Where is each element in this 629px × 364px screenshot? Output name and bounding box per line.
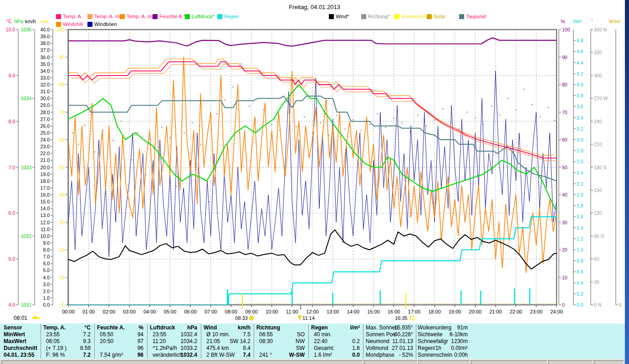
cell-label: Ø 10 min. [206,331,230,338]
sunrise-sun-icon [249,316,253,320]
table-cell: Max. Sonnen15,935° [366,324,413,331]
svg-text:4.2: 4.2 [577,71,583,76]
cell-label: 241 ° [259,352,272,359]
cell-label: 7.54 g/m³ [100,352,123,359]
dawn-cloud-icon [33,316,40,319]
svg-text:02:00: 02:00 [103,309,116,314]
svg-text:50: 50 [562,165,568,170]
svg-text:5.0: 5.0 [8,256,15,262]
svg-text:34.0: 34.0 [41,68,50,74]
axis-wm2: 0W/m² [609,19,622,308]
cell-value: % [138,324,143,331]
table-separator [416,324,416,359]
svg-text:15:00: 15:00 [367,309,380,314]
cell-label: 2 Bft W-SW [206,352,235,359]
svg-text:80: 80 [562,82,568,87]
svg-text:l/m²: l/m² [573,19,582,24]
table-cell: Sonnen Pos-60,226° [366,331,413,338]
svg-text:90: 90 [59,55,65,60]
svg-text:07:00: 07:00 [205,309,217,314]
status-bar-panel [594,360,624,364]
svg-text:60: 60 [59,137,65,142]
cell-value: 7.2 [83,352,91,359]
table-cell: 22:400.2 [314,338,360,345]
axis-pct: 0102030405060708090100% [559,19,570,308]
svg-text:60: 60 [594,256,599,262]
svg-text:8.0: 8.0 [8,119,15,124]
svg-text:1.0: 1.0 [43,295,50,301]
astro-annotations: 08:3316:3511:1408:01 [14,293,414,321]
axis-temp: 4.05.06.07.08.09.010.0°C [6,19,18,308]
svg-text:0 N: 0 N [594,302,601,308]
table-cell: Wolkenunterg91m [418,324,468,331]
svg-text:hPa: hPa [14,19,23,24]
cell-value: 7.5 [243,331,251,338]
table-cell: MaxWert [4,338,39,345]
table-cell: Ø 10 min.7.5 [206,331,251,338]
table-cell: 04.01. 23:55 [4,352,39,359]
table-cell: Regenl/m² [311,324,360,331]
axis-hpa: 10311032103310341035hPa [14,19,35,308]
svg-text:29.0: 29.0 [41,102,50,108]
table-cell: Neumond11.01.13 [366,338,413,345]
cell-label: 06:55 [259,331,273,338]
svg-text:360 N: 360 N [594,27,607,32]
table-cell: 96 [100,345,143,352]
table-cell: Sonnenschein0:00h [418,352,468,359]
svg-text:4.6: 4.6 [577,49,583,54]
cell-value: 0.0l/m² [451,345,468,352]
table-cell: Gesamt:1.6 [314,345,360,352]
status-bar [0,359,625,364]
svg-text:1.8: 1.8 [577,203,583,208]
cell-label: (+ 7.19 ) [46,345,66,352]
stats-table: SensorMinWertMaxWertDurchschnitt04.01. 2… [0,324,625,359]
svg-text:12.0: 12.0 [41,220,50,225]
cell-label: Regen [311,324,328,331]
svg-text:30.0: 30.0 [41,96,50,101]
table-cell: LuftdruckhPa [150,324,197,331]
svg-text:2.8: 2.8 [577,148,583,153]
svg-text:38.0: 38.0 [41,40,50,46]
svg-text:23:00: 23:00 [530,309,543,314]
table-cell: 20:5097 [100,338,143,345]
cell-value: W-SW [289,352,305,359]
svg-text:32.0: 32.0 [41,82,50,87]
cell-value: 9.3 [83,338,91,345]
svg-text:40: 40 [562,192,568,197]
cell-value: SW [296,345,305,352]
cell-label: Feuchte A. [97,324,125,331]
svg-text:23.0: 23.0 [41,144,50,149]
table-cell: Mondphase- 52% [366,352,413,359]
svg-text:17.0: 17.0 [41,185,50,191]
cell-label: Regen/1h [418,345,441,352]
svg-text:33.0: 33.0 [41,75,50,81]
svg-text:14:00: 14:00 [347,309,360,314]
svg-text:1032: 1032 [21,233,32,239]
svg-text:0.4: 0.4 [577,280,583,286]
table-cell: Sensor [4,324,39,331]
svg-text:90: 90 [562,55,568,60]
svg-text:18:00: 18:00 [428,309,441,314]
table-cell: 7.54 g/m³96 [100,352,143,359]
svg-text:3.2: 3.2 [577,126,583,131]
cell-label: Durchschnitt [4,345,37,352]
cell-label: 21:05 [206,338,220,345]
svg-text:70: 70 [562,110,568,115]
svg-text:210: 210 [594,142,602,147]
svg-text:0: 0 [62,302,65,308]
svg-text:05:00: 05:00 [164,309,177,314]
cell-label: 1.6 l/m² [314,352,332,359]
status-bar-panel [419,360,470,364]
svg-text:%: % [561,19,565,24]
table-cell: 40 min. [314,331,360,338]
cell-value: 94 [138,331,143,338]
svg-text:00:00: 00:00 [62,309,75,314]
cell-value: 1033.2 [180,345,197,352]
cell-label: Neumond [366,338,389,345]
table-cell: F: 96 %7.2 [46,352,91,359]
svg-text:08:00: 08:00 [225,309,238,314]
axis-lm2: 0.00.20.40.60.81.01.21.41.61.82.02.22.42… [573,19,583,308]
svg-text:03:00: 03:00 [123,309,136,314]
svg-text:2.0: 2.0 [43,288,50,294]
table-cell: Richtung [256,324,305,331]
